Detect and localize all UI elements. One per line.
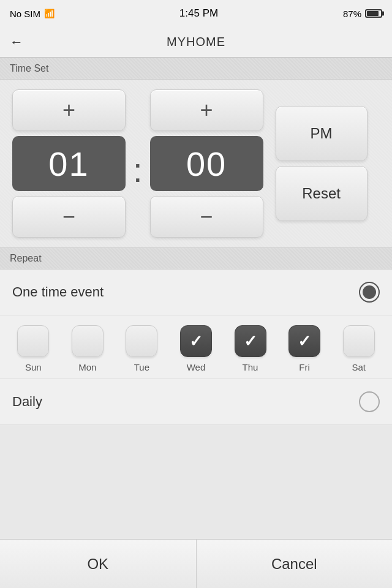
repeat-area: One time event Sun Mon Tue Wed Thu xyxy=(0,270,392,425)
minutes-decrement-button[interactable]: − xyxy=(150,196,263,238)
day-checkbox-mon[interactable] xyxy=(72,325,104,357)
day-label-mon: Mon xyxy=(78,362,96,372)
minutes-column: + 00 − xyxy=(150,89,263,238)
day-label-thu: Thu xyxy=(243,362,258,372)
day-item-wed[interactable]: Wed xyxy=(180,325,212,372)
hours-column: + 01 − xyxy=(12,89,126,238)
minutes-increment-button[interactable]: + xyxy=(150,89,263,131)
day-item-sat[interactable]: Sat xyxy=(343,325,375,372)
back-button[interactable]: ← xyxy=(10,34,23,50)
hours-increment-button[interactable]: + xyxy=(12,89,126,131)
carrier-label: No SIM xyxy=(10,9,40,19)
time-set-area: + 01 − : + 00 − PM Reset xyxy=(0,80,392,247)
hours-decrement-button[interactable]: − xyxy=(12,196,126,238)
ok-button[interactable]: OK xyxy=(0,540,197,588)
one-time-label: One time event xyxy=(12,284,104,300)
battery-percent: 87% xyxy=(343,9,361,19)
one-time-event-row[interactable]: One time event xyxy=(0,270,392,315)
reset-button[interactable]: Reset xyxy=(276,166,368,221)
day-checkbox-sat[interactable] xyxy=(343,325,375,357)
day-item-sun[interactable]: Sun xyxy=(17,325,49,372)
day-label-wed: Wed xyxy=(187,362,206,372)
time-set-section-header: Time Set xyxy=(0,58,392,80)
time-colon: : xyxy=(133,150,143,190)
day-label-fri: Fri xyxy=(299,362,310,372)
daily-label: Daily xyxy=(12,394,42,410)
day-label-tue: Tue xyxy=(134,362,149,372)
day-checkbox-fri[interactable] xyxy=(288,325,320,357)
bottom-bar: OK Cancel xyxy=(0,539,392,588)
day-item-mon[interactable]: Mon xyxy=(72,325,104,372)
day-checkbox-thu[interactable] xyxy=(235,325,266,357)
day-label-sun: Sun xyxy=(25,362,42,372)
one-time-radio[interactable] xyxy=(359,282,380,303)
day-item-tue[interactable]: Tue xyxy=(126,325,157,372)
header: ← MYHOME xyxy=(0,27,392,58)
day-checkbox-wed[interactable] xyxy=(180,325,212,357)
wifi-icon: 📶 xyxy=(44,9,55,18)
hours-display: 01 xyxy=(12,136,126,191)
repeat-section-header: Repeat xyxy=(0,247,392,270)
status-left: No SIM 📶 xyxy=(10,9,55,19)
ampm-button[interactable]: PM xyxy=(276,106,368,161)
days-row: Sun Mon Tue Wed Thu Fri Sat xyxy=(0,315,392,379)
day-item-thu[interactable]: Thu xyxy=(235,325,266,372)
cancel-button[interactable]: Cancel xyxy=(197,540,393,588)
day-checkbox-sun[interactable] xyxy=(17,325,49,357)
daily-radio[interactable] xyxy=(359,391,380,412)
battery-icon xyxy=(365,9,382,18)
day-item-fri[interactable]: Fri xyxy=(288,325,320,372)
daily-row[interactable]: Daily xyxy=(0,379,392,425)
ampm-reset-column: PM Reset xyxy=(276,106,368,221)
status-time: 1:45 PM xyxy=(179,7,218,20)
day-label-sat: Sat xyxy=(352,362,366,372)
page-title: MYHOME xyxy=(167,35,225,49)
status-right: 87% xyxy=(343,9,382,19)
day-checkbox-tue[interactable] xyxy=(126,325,157,357)
status-bar: No SIM 📶 1:45 PM 87% xyxy=(0,0,392,27)
minutes-display: 00 xyxy=(150,136,263,191)
